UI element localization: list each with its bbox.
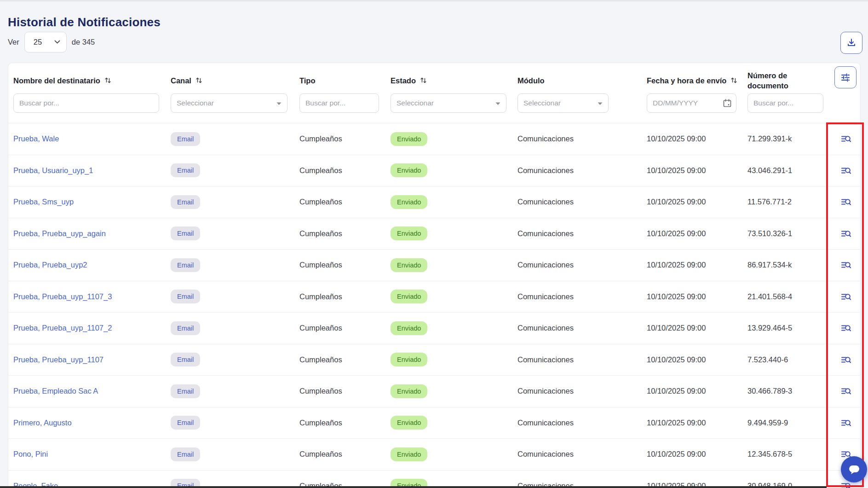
dropdown-triangle-icon	[276, 99, 282, 107]
chat-button[interactable]	[841, 456, 867, 482]
status-badge: Enviado	[391, 384, 427, 398]
status-badge: Enviado	[391, 132, 427, 146]
datetime-cell: 10/10/2025 09:00	[647, 261, 747, 269]
filter-module-select[interactable]: Seleccionar	[517, 93, 609, 113]
recipient-link[interactable]: Prueba, Empleado Sac A	[13, 387, 98, 395]
recipient-link[interactable]: Prueba, Wale	[13, 134, 59, 143]
document-cell: 12.345.678-5	[747, 450, 826, 459]
type-cell: Cumpleaños	[299, 418, 391, 427]
status-badge: Enviado	[391, 353, 427, 366]
table-row: Pono, Pini Email Cumpleaños Enviado Comu…	[8, 438, 860, 470]
calendar-icon	[723, 99, 732, 108]
filter-channel-select[interactable]: Seleccionar	[171, 93, 287, 113]
module-cell: Comunicaciones	[517, 418, 647, 427]
module-cell: Comunicaciones	[517, 387, 647, 395]
type-cell: Cumpleaños	[299, 198, 391, 206]
document-cell: 13.929.464-5	[747, 324, 826, 332]
recipient-link[interactable]: Prueba, Prueba_uyp_1107_2	[13, 324, 112, 332]
datetime-cell: 10/10/2025 09:00	[647, 292, 747, 301]
sort-arrows-icon[interactable]	[104, 77, 111, 84]
table-header-row: Nombre del destinatarioCanalTipoEstadoMó…	[8, 63, 860, 93]
sort-arrows-icon[interactable]	[730, 77, 737, 84]
datetime-cell: 10/10/2025 09:00	[647, 387, 747, 395]
module-cell: Comunicaciones	[517, 166, 647, 175]
table-row: Prueba, Usuario_uyp_1 Email Cumpleaños E…	[8, 155, 860, 186]
list-search-icon	[841, 260, 851, 270]
view-details-button[interactable]	[841, 197, 851, 207]
table-row: People, Fake Email Cumpleaños Enviado Co…	[8, 470, 860, 488]
filter-status-select[interactable]: Seleccionar	[391, 93, 506, 113]
filter-document-input[interactable]	[747, 93, 823, 113]
table-row: Prueba, Prueba_uyp_1107 Email Cumpleaños…	[8, 344, 860, 376]
view-details-button[interactable]	[841, 165, 851, 176]
column-header-label: Canal	[171, 76, 191, 86]
channel-badge: Email	[171, 227, 200, 240]
list-search-icon	[841, 165, 851, 176]
status-badge: Enviado	[391, 227, 427, 240]
table-row: Prueba, Wale Email Cumpleaños Enviado Co…	[8, 123, 860, 155]
view-details-button[interactable]	[841, 386, 851, 396]
sort-arrows-icon[interactable]	[195, 77, 202, 84]
recipient-link[interactable]: Prueba, Prueba_uyp2	[13, 261, 87, 269]
column-header: Módulo	[517, 76, 647, 86]
type-cell: Cumpleaños	[299, 450, 391, 459]
filter-date-input[interactable]: DD/MM/YYYY	[647, 93, 736, 113]
list-search-icon	[841, 291, 851, 302]
notifications-table-card: Nombre del destinatarioCanalTipoEstadoMó…	[8, 63, 861, 488]
module-cell: Comunicaciones	[517, 134, 647, 143]
view-details-button[interactable]	[841, 418, 851, 428]
recipient-link[interactable]: Prueba, Usuario_uyp_1	[13, 166, 93, 174]
document-cell: 71.299.391-k	[747, 134, 826, 143]
status-badge: Enviado	[391, 290, 427, 303]
type-cell: Cumpleaños	[299, 166, 391, 175]
module-cell: Comunicaciones	[517, 261, 647, 269]
recipient-link[interactable]: Prueba, Prueba_uyp_again	[13, 229, 106, 238]
filter-type-input[interactable]	[299, 93, 379, 113]
module-cell: Comunicaciones	[517, 450, 647, 459]
column-settings-button[interactable]	[834, 66, 857, 88]
list-search-icon	[841, 386, 851, 396]
type-cell: Cumpleaños	[299, 387, 391, 395]
table-body: Prueba, Wale Email Cumpleaños Enviado Co…	[8, 123, 860, 488]
filter-date-placeholder: DD/MM/YYYY	[653, 99, 698, 107]
list-search-icon	[841, 197, 851, 207]
document-cell: 11.576.771-2	[747, 198, 826, 206]
filter-module-placeholder: Seleccionar	[523, 99, 561, 107]
channel-badge: Email	[171, 321, 200, 335]
column-header[interactable]: Nombre del destinatario	[13, 76, 171, 86]
status-badge: Enviado	[391, 321, 427, 335]
dropdown-triangle-icon	[598, 99, 603, 107]
recipient-link[interactable]: Prueba, Prueba_uyp_1107_3	[13, 292, 112, 301]
document-cell: 9.494.959-9	[747, 418, 826, 427]
view-details-button[interactable]	[841, 260, 851, 270]
sort-arrows-icon[interactable]	[420, 77, 427, 84]
view-details-button[interactable]	[841, 354, 851, 365]
filter-recipient-input[interactable]	[13, 93, 159, 113]
column-header: Tipo	[299, 76, 391, 86]
document-cell: 73.510.326-1	[747, 229, 826, 238]
channel-badge: Email	[171, 163, 200, 177]
table-row: Prueba, Prueba_uyp_again Email Cumpleaño…	[8, 218, 860, 250]
recipient-link[interactable]: Pono, Pini	[13, 450, 48, 458]
datetime-cell: 10/10/2025 09:00	[647, 134, 747, 143]
column-header[interactable]: Estado	[391, 76, 517, 86]
recipient-link[interactable]: Prueba, Sms_uyp	[13, 198, 74, 206]
column-header: Número de documento	[747, 70, 826, 91]
view-details-button[interactable]	[841, 291, 851, 302]
column-header[interactable]: Canal	[171, 76, 299, 86]
list-search-icon	[841, 418, 851, 428]
column-header-label: Estado	[391, 76, 416, 86]
recipient-link[interactable]: Prueba, Prueba_uyp_1107	[13, 355, 103, 364]
download-button[interactable]	[840, 32, 862, 54]
dropdown-triangle-icon	[495, 99, 500, 107]
page-size-select[interactable]: 25	[24, 32, 67, 52]
document-cell: 43.046.291-1	[747, 166, 826, 175]
recipient-link[interactable]: Primero, Augusto	[13, 418, 72, 427]
view-details-button[interactable]	[841, 134, 851, 144]
view-details-button[interactable]	[841, 228, 851, 239]
channel-badge: Email	[171, 132, 200, 146]
column-header[interactable]: Fecha y hora de envío	[647, 76, 747, 86]
view-details-button[interactable]	[841, 323, 851, 333]
window-top-edge	[0, 0, 868, 2]
datetime-cell: 10/10/2025 09:00	[647, 324, 747, 332]
